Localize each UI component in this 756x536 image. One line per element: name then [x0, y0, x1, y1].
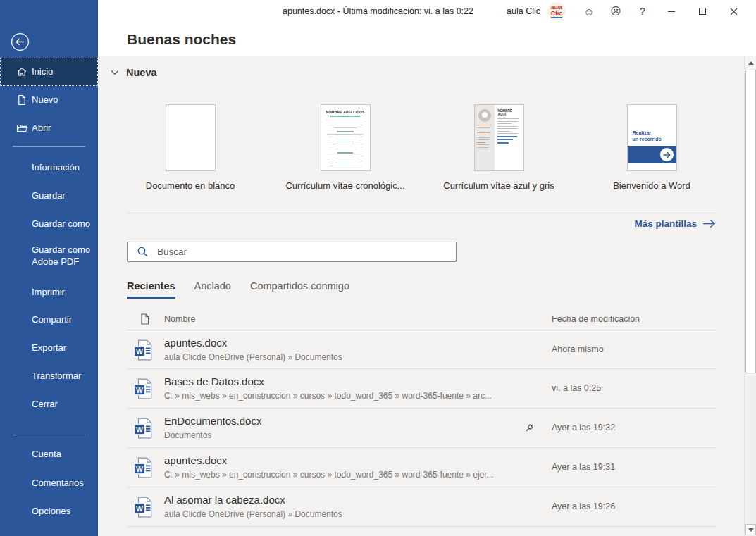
- sidebar-item-imprimir[interactable]: Imprimir: [0, 278, 98, 306]
- template-thumbnail: [166, 104, 216, 171]
- tour-arrow-icon: [660, 148, 674, 161]
- template-label: Bienvenido a Word: [581, 180, 722, 191]
- sidebar-item-guardar[interactable]: Guardar: [0, 182, 98, 210]
- minimize-button[interactable]: [656, 0, 687, 23]
- close-icon: [730, 8, 738, 15]
- sidebar-divider: [13, 146, 85, 147]
- help-button[interactable]: ?: [629, 0, 656, 23]
- template-card-documento-en-blanco[interactable]: Documento en blanco: [120, 104, 261, 191]
- recent-tabs: RecientesAncladoCompartidos conmigo: [127, 280, 349, 299]
- search-icon: [137, 246, 149, 258]
- close-button[interactable]: [718, 0, 749, 23]
- template-label: Currículum vítae azul y gris: [428, 180, 569, 191]
- chevron-down-icon: [111, 70, 119, 75]
- sidebar-item-label: Comentarios: [32, 478, 89, 490]
- sidebar-item-compartir[interactable]: Compartir: [0, 306, 98, 334]
- cv-thumbnail-content: NOMBRE APELLIDOS: [321, 105, 370, 171]
- sidebar-item-label: Inicio: [32, 66, 58, 78]
- new-doc-icon: [16, 94, 27, 106]
- recent-files-list: W apuntes.docx aula Clicde OneDrive (Per…: [127, 330, 716, 527]
- template-card-bienvenido-a-word[interactable]: Realizarun recorrido Bienvenido a Word: [581, 104, 722, 191]
- sidebar-item-opciones[interactable]: Opciones: [0, 497, 98, 525]
- sidebar-item-label: Compartir: [32, 314, 78, 326]
- sidebar-item-informacion[interactable]: Información: [0, 154, 98, 182]
- sidebar-item-cuenta[interactable]: Cuenta: [0, 440, 98, 468]
- tab-anclado[interactable]: Anclado: [194, 280, 231, 299]
- file-name: EnDocumentos.docx: [164, 415, 261, 427]
- frowny-icon[interactable]: ☹: [602, 0, 629, 23]
- search-box: [127, 242, 457, 262]
- svg-text:W: W: [136, 347, 143, 356]
- scrollbar[interactable]: [744, 56, 756, 536]
- sidebar-item-nuevo[interactable]: Nuevo: [0, 86, 98, 114]
- sidebar-item-cerrar[interactable]: Cerrar: [0, 390, 98, 418]
- more-templates-link[interactable]: Más plantillas: [634, 218, 716, 229]
- thumb-text: Realizarun recorrido: [633, 130, 662, 143]
- account-avatar[interactable]: aula Clic: [547, 2, 566, 20]
- welcome-thumbnail-content: Realizarun recorrido: [628, 105, 676, 170]
- sidebar-item-label: Guardar como: [32, 218, 96, 230]
- column-header-date[interactable]: Fecha de modificación: [552, 314, 640, 324]
- svg-text:W: W: [136, 504, 143, 513]
- tab-compartidos-conmigo[interactable]: Compartidos conmigo: [250, 280, 349, 299]
- maximize-button[interactable]: [687, 0, 718, 23]
- column-header-name[interactable]: Nombre: [164, 314, 195, 324]
- account-name[interactable]: aula Clic: [500, 0, 547, 23]
- svg-text:W: W: [136, 386, 143, 394]
- greeting-band: Buenas noches: [98, 23, 756, 56]
- template-label: Currículum vítae cronológic...: [275, 180, 416, 191]
- file-location: Documentos: [164, 430, 211, 440]
- scroll-thumb[interactable]: [745, 70, 756, 373]
- file-location: aula Clicde OneDrive (Personal) » Docume…: [164, 509, 342, 519]
- sidebar-item-label: Opciones: [32, 506, 76, 518]
- scroll-up-button[interactable]: [745, 57, 756, 68]
- word-file-icon: W: [134, 339, 153, 363]
- sidebar-item-label: Exportar: [32, 342, 72, 354]
- file-name: apuntes.docx: [164, 337, 227, 349]
- sidebar-item-label: Información: [32, 162, 85, 174]
- thumb-title: NOMBRE APELLIDOS: [326, 110, 366, 114]
- sidebar: InicioNuevoAbrir InformaciónGuardarGuard…: [0, 0, 98, 536]
- sidebar-item-exportar[interactable]: Exportar: [0, 334, 98, 362]
- sidebar-item-guardar-como-adobe-pdf[interactable]: Guardar como Adobe PDF: [0, 240, 98, 273]
- back-button[interactable]: [10, 32, 30, 52]
- recent-file-row[interactable]: W Al asomar la cabeza.docx aula Clicde O…: [127, 487, 716, 527]
- sidebar-item-comentarios[interactable]: Comentarios: [0, 469, 98, 497]
- sidebar-item-inicio[interactable]: Inicio: [0, 58, 98, 86]
- titlebar: apuntes.docx - Última modificación: vi. …: [0, 0, 756, 23]
- sidebar-item-label: Cerrar: [32, 399, 63, 411]
- word-file-icon: W: [134, 418, 153, 442]
- avatar-photo: [478, 109, 491, 122]
- cv-thumbnail-content: NOMBRE AQUÍ: [475, 105, 523, 170]
- new-section-header[interactable]: Nueva: [111, 67, 157, 78]
- new-section-title: Nueva: [126, 67, 157, 78]
- search-input[interactable]: [127, 242, 457, 262]
- file-date: Ahora mismo: [552, 344, 604, 354]
- recent-file-row[interactable]: W Bases de Datos.docx C: » mis_webs » en…: [127, 369, 716, 409]
- word-file-icon: W: [134, 378, 153, 402]
- arrow-right-icon: [702, 219, 716, 228]
- scroll-down-icon: [748, 528, 754, 532]
- recent-file-row[interactable]: W EnDocumentos.docx Documentos Ayer a la…: [127, 409, 716, 448]
- template-card-curriculum-vitae-azul-y-gris[interactable]: NOMBRE AQUÍ Currículum vítae azul y gris: [428, 104, 569, 191]
- sidebar-item-transformar[interactable]: Transformar: [0, 362, 98, 390]
- table-header: Nombre Fecha de modificación: [127, 312, 716, 329]
- file-location: aula Clicde OneDrive (Personal) » Docume…: [164, 352, 342, 362]
- divider: [127, 213, 716, 213]
- svg-text:W: W: [136, 465, 143, 473]
- sidebar-item-label: Abrir: [32, 123, 56, 135]
- recent-file-row[interactable]: W apuntes.docx aula Clicde OneDrive (Per…: [127, 330, 716, 369]
- template-card-curriculum-vitae-cronologic[interactable]: NOMBRE APELLIDOS Currículum vítae cronol…: [275, 104, 416, 191]
- titlebar-controls: aula Clic aula Clic ☺ ☹ ?: [500, 0, 749, 23]
- file-date: Ayer a las 19:31: [552, 462, 615, 472]
- pin-icon[interactable]: [523, 422, 535, 434]
- file-location: C: » mis_webs » en_construccion » cursos…: [164, 470, 494, 480]
- sidebar-item-guardar-como[interactable]: Guardar como: [0, 210, 98, 238]
- tab-recientes[interactable]: Recientes: [127, 280, 175, 299]
- sidebar-item-label: Imprimir: [32, 287, 70, 299]
- recent-file-row[interactable]: W apuntes.docx C: » mis_webs » en_constr…: [127, 448, 716, 487]
- scroll-down-button[interactable]: [745, 524, 756, 535]
- sidebar-item-abrir[interactable]: Abrir: [0, 114, 98, 142]
- sidebar-item-label: Guardar como Adobe PDF: [32, 244, 98, 268]
- smiley-icon[interactable]: ☺: [576, 0, 602, 23]
